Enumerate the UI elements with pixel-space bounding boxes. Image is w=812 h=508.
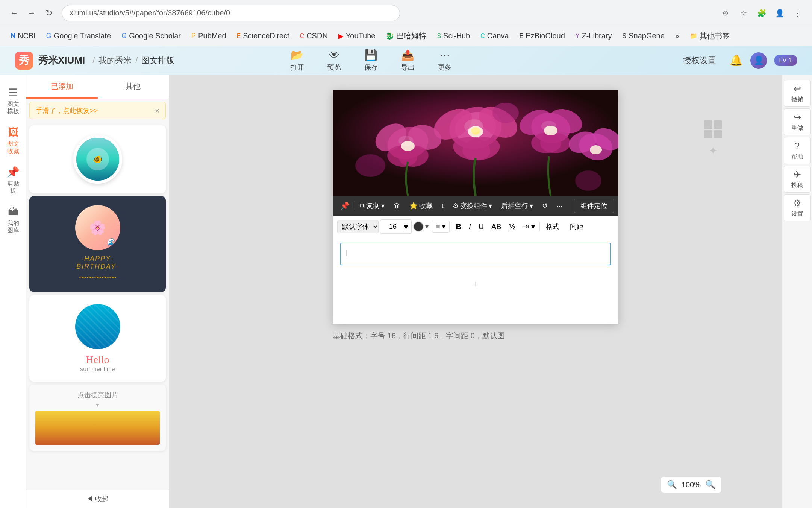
sidebar-item-gallery[interactable]: 🏔 我的图库 [2, 202, 24, 237]
bold-button[interactable]: B [453, 221, 464, 233]
text-input-box[interactable]: | [340, 243, 611, 265]
color-picker[interactable] [413, 221, 424, 232]
bookmark-icon[interactable]: ☆ [737, 6, 750, 20]
breadcrumb-myxiumi[interactable]: 我的秀米 [98, 55, 132, 66]
bookmark-sciencedirect[interactable]: E ScienceDirect [232, 29, 294, 43]
canvas-content-area[interactable]: + [333, 271, 618, 324]
bookmark-more[interactable]: » [671, 29, 684, 43]
template-card-summer[interactable]: Hello summer time [29, 295, 166, 382]
canvas-document: 📌 ⧉ 复制 ▾ 🗑 ⭐ 收藏 ↕ ⚙ 变换组件 ▾ [333, 90, 618, 324]
move-button[interactable]: ↕ [438, 200, 447, 212]
indent-button[interactable]: ⇥ ▾ [520, 221, 538, 233]
bookmark-ncbi[interactable]: N NCBI [6, 29, 40, 43]
copy-icon: ⧉ [360, 202, 365, 210]
close-banner-button[interactable]: × [155, 106, 159, 115]
address-bar[interactable]: xiumi.us/studio/v5#/paper/for/387669106/… [62, 5, 400, 21]
tab-added[interactable]: 已添加 [26, 75, 98, 99]
sparkle-icon[interactable]: ✦ [704, 141, 722, 160]
bookmark-others[interactable]: 📁 其他书签 [685, 29, 734, 43]
user-avatar[interactable]: 👤 [750, 52, 767, 69]
more-options-button[interactable]: ··· [553, 200, 566, 212]
bookmark-google-scholar[interactable]: G Google Scholar [117, 29, 185, 43]
svg-point-30 [398, 136, 414, 146]
italic-button[interactable]: I [466, 221, 474, 233]
bookmark-zlibrary[interactable]: Y Z-Library [571, 29, 617, 43]
reload-button[interactable]: ↻ [42, 6, 56, 20]
bookmark-pubmed[interactable]: P PubMed [187, 29, 231, 43]
redo-button[interactable]: ↪ 重做 [784, 108, 811, 135]
clipboard-icon: 📌 [6, 166, 20, 178]
spacing-button[interactable]: 间距 [565, 221, 588, 233]
template-card-teal[interactable]: 🐠 [29, 125, 166, 193]
zoom-out-button[interactable]: 🔍 [667, 480, 677, 490]
help-button[interactable]: ? 帮助 [784, 137, 811, 164]
bookmark-scihub[interactable]: S Sci-Hub [432, 29, 474, 43]
grid-view-icon[interactable] [704, 120, 722, 138]
font-size-dropdown-icon[interactable]: ▾ [404, 221, 408, 232]
rotate-button[interactable]: ↺ [538, 199, 551, 212]
insert-button[interactable]: 后插空行 ▾ [497, 199, 537, 213]
zoom-in-button[interactable]: 🔍 [705, 480, 715, 490]
transform-button[interactable]: ⚙ 变换组件 ▾ [449, 199, 496, 213]
template-card-birthday[interactable]: 🌸 🌊 ·HAPPY· BIRTHDAY· 〜〜〜〜〜 [29, 196, 166, 292]
text-cursor: | [345, 249, 347, 256]
tab-other[interactable]: 其他 [98, 75, 169, 99]
toolbar-export[interactable]: 📤 导出 [395, 47, 421, 74]
underline-button[interactable]: U [476, 221, 487, 233]
bookmark-csdn[interactable]: C CSDN [295, 29, 332, 43]
copy-button[interactable]: ⧉ 复制 ▾ [356, 199, 388, 213]
formula-button[interactable]: ½ [506, 221, 518, 233]
svg-point-28 [492, 103, 519, 123]
open-icon: 📂 [291, 49, 304, 61]
share-icon[interactable]: ⎋ [719, 6, 732, 20]
left-sidebar: ☰ 图文模板 🖼 图文收藏 📌 剪贴板 🏔 我的图库 [0, 75, 26, 508]
right-float-panel: ↩ 撤销 ↪ 重做 ? 帮助 ✈ 投稿 ⚙ 设置 [782, 75, 812, 508]
export-icon: 📤 [401, 49, 414, 61]
strikethrough-button[interactable]: AB [488, 221, 504, 233]
font-family-select[interactable]: 默认字体 [337, 220, 379, 233]
toolbar-preview[interactable]: 👁 预览 [321, 47, 347, 74]
extension-icon[interactable]: 🧩 [755, 6, 768, 20]
collect-button[interactable]: ⭐ 收藏 [406, 199, 436, 213]
browser-chrome: ← → ↻ xiumi.us/studio/v5#/paper/for/3876… [0, 0, 812, 26]
back-button[interactable]: ← [8, 6, 21, 20]
restore-link[interactable]: 手滑了，点此恢复>> [36, 106, 98, 115]
sidebar-item-templates[interactable]: ☰ 图文模板 [2, 83, 24, 119]
pin-button[interactable]: 📌 [337, 199, 353, 213]
summer-sub: summer time [38, 366, 157, 373]
more-icon: ⋯ [439, 49, 450, 61]
bookmark-ezbicloud[interactable]: E EzBioCloud [515, 29, 570, 43]
collapse-button[interactable]: ◀ 收起 [26, 490, 169, 508]
save-icon: 💾 [364, 49, 377, 61]
format-style-button[interactable]: 格式 [541, 221, 564, 233]
breadcrumb-layout: 图文排版 [141, 55, 174, 66]
submit-button[interactable]: ✈ 投稿 [784, 166, 811, 193]
bookmark-canva[interactable]: C Canva [476, 29, 513, 43]
sidebar-item-collection[interactable]: 🖼 图文收藏 [2, 122, 24, 158]
delete-button[interactable]: 🗑 [390, 200, 404, 212]
redo-icon: ↪ [794, 112, 801, 123]
templates-icon: ☰ [8, 87, 18, 99]
profile-icon[interactable]: 👤 [773, 6, 786, 20]
font-size-input[interactable] [383, 223, 402, 231]
bookmark-youtube[interactable]: ▶ YouTube [334, 29, 380, 43]
settings-button[interactable]: ⚙ 设置 [784, 194, 811, 221]
bookmark-snapgene[interactable]: S SnapGene [618, 29, 669, 43]
restore-banner: 手滑了，点此恢复>> × [29, 102, 166, 119]
color-picker-dropdown-icon[interactable]: ▾ [425, 222, 429, 231]
auth-settings-button[interactable]: 授权设置 [677, 52, 722, 69]
canvas-image-container [333, 90, 618, 196]
forward-button[interactable]: → [25, 6, 38, 20]
bookmark-google-translate[interactable]: G Google Translate [42, 29, 115, 43]
undo-button[interactable]: ↩ 撤销 [784, 80, 811, 107]
sidebar-item-clipboard[interactable]: 📌 剪贴板 [2, 162, 24, 198]
toolbar-more[interactable]: ⋯ 更多 [432, 47, 458, 74]
toolbar-save[interactable]: 💾 保存 [358, 47, 384, 74]
toolbar-open[interactable]: 📂 打开 [285, 47, 310, 74]
notification-bell-icon[interactable]: 🔔 [730, 54, 743, 67]
menu-icon[interactable]: ⋮ [791, 6, 804, 20]
bookmark-bahamut[interactable]: 🐉 巴哈姆特 [381, 29, 431, 43]
template-card-photo[interactable]: 点击摆亮图片 ▼ [29, 385, 166, 451]
align-button[interactable]: ≡ ▾ [432, 221, 450, 233]
position-button[interactable]: 组件定位 [574, 199, 614, 213]
